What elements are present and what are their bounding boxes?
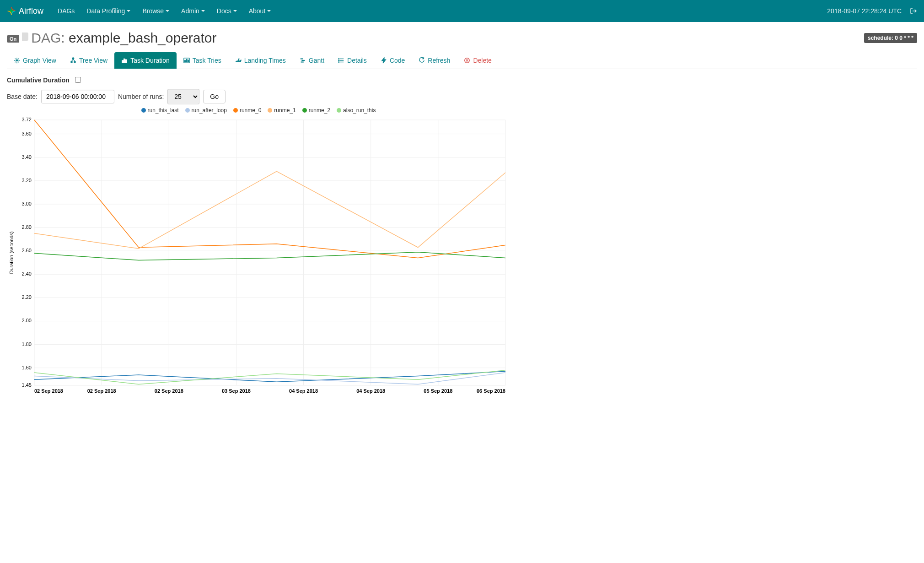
legend-run_this_last[interactable]: run_this_last [141, 107, 179, 114]
svg-line-7 [18, 62, 19, 63]
svg-text:05 Sep 2018: 05 Sep 2018 [424, 388, 452, 394]
cumulative-label: Cumulative Duration [7, 76, 70, 84]
svg-line-8 [18, 59, 19, 60]
chart-icon [183, 57, 190, 64]
svg-text:06 Sep 2018: 06 Sep 2018 [477, 388, 505, 394]
svg-point-28 [338, 59, 339, 60]
tab-gantt[interactable]: Gantt [293, 52, 331, 69]
logout-icon[interactable] [910, 7, 917, 15]
legend-runme_0[interactable]: runme_0 [233, 107, 261, 114]
svg-text:3.00: 3.00 [22, 201, 32, 206]
nav-data-profiling[interactable]: Data Profiling [81, 7, 136, 15]
svg-text:02 Sep 2018: 02 Sep 2018 [155, 388, 183, 394]
schedule-badge: schedule: 0 0 * * * [864, 33, 917, 43]
svg-text:2.80: 2.80 [22, 224, 32, 230]
tab-refresh[interactable]: Refresh [412, 52, 457, 69]
base-date-input[interactable] [41, 90, 114, 103]
svg-text:2.00: 2.00 [22, 318, 32, 323]
task-duration-chart: run_this_lastrun_after_looprunme_0runme_… [7, 107, 510, 401]
svg-text:03 Sep 2018: 03 Sep 2018 [222, 388, 251, 394]
svg-line-9 [15, 62, 16, 63]
chart-svg: 1.451.601.802.002.202.402.602.803.003.20… [7, 115, 510, 399]
legend-run_after_loop[interactable]: run_after_loop [185, 107, 227, 114]
dag-toggle[interactable]: On [7, 35, 19, 43]
nav-dags[interactable]: DAGs [52, 7, 81, 15]
plane-icon [235, 57, 242, 64]
num-runs-select[interactable]: 25 [167, 89, 199, 104]
tab-landing-times[interactable]: Landing Times [228, 52, 293, 69]
svg-point-11 [71, 61, 73, 63]
go-button[interactable]: Go [203, 90, 226, 103]
legend-also_run_this[interactable]: also_run_this [337, 107, 376, 114]
svg-line-6 [15, 59, 16, 60]
refresh-icon [419, 57, 425, 64]
legend-runme_2[interactable]: runme_2 [302, 107, 330, 114]
brand[interactable]: Airflow [7, 6, 43, 16]
svg-rect-21 [188, 60, 188, 62]
svg-text:3.20: 3.20 [22, 178, 32, 183]
svg-line-14 [73, 59, 75, 61]
svg-point-29 [338, 60, 339, 61]
svg-text:02 Sep 2018: 02 Sep 2018 [34, 388, 63, 394]
gantt-icon [300, 57, 306, 64]
nav-docs[interactable]: Docs [211, 7, 243, 15]
svg-rect-15 [122, 60, 124, 63]
chart-legend: run_this_lastrun_after_looprunme_0runme_… [7, 107, 510, 114]
utc-clock: 2018-09-07 22:28:24 UTC [827, 7, 902, 15]
tab-task-duration[interactable]: Task Duration [114, 52, 177, 69]
nav-browse[interactable]: Browse [136, 7, 175, 15]
dag-id: example_bash_operator [69, 30, 217, 45]
svg-point-30 [338, 62, 339, 63]
tab-graph-view[interactable]: Graph View [7, 52, 63, 69]
svg-text:04 Sep 2018: 04 Sep 2018 [356, 388, 385, 394]
svg-text:Duration (seconds): Duration (seconds) [9, 232, 14, 274]
svg-text:3.60: 3.60 [22, 131, 32, 136]
svg-rect-19 [184, 60, 185, 62]
svg-point-10 [72, 58, 74, 60]
tab-delete[interactable]: Delete [457, 52, 498, 69]
tab-code[interactable]: Code [374, 52, 412, 69]
svg-rect-20 [186, 59, 187, 62]
tab-tree-view[interactable]: Tree View [63, 52, 114, 69]
svg-text:2.60: 2.60 [22, 248, 32, 253]
airflow-logo-icon [7, 6, 16, 16]
svg-text:2.20: 2.20 [22, 294, 32, 300]
dag-header: On DAG: example_bash_operator schedule: … [7, 30, 917, 46]
svg-rect-16 [124, 59, 125, 63]
list-icon [338, 57, 344, 64]
bars-icon [121, 57, 128, 64]
num-runs-label: Number of runs: [118, 93, 164, 100]
view-tabs: Graph ViewTree ViewTask DurationTask Tri… [7, 52, 917, 69]
svg-line-13 [71, 59, 73, 61]
svg-text:04 Sep 2018: 04 Sep 2018 [289, 388, 318, 394]
svg-text:02 Sep 2018: 02 Sep 2018 [87, 388, 116, 394]
brand-label: Airflow [19, 6, 43, 16]
cumulative-checkbox[interactable] [75, 77, 81, 83]
navbar: Airflow DAGsData ProfilingBrowseAdminDoc… [0, 0, 924, 22]
svg-text:1.80: 1.80 [22, 341, 32, 347]
svg-text:1.45: 1.45 [22, 382, 32, 388]
svg-text:3.40: 3.40 [22, 154, 32, 160]
svg-point-12 [74, 61, 76, 63]
base-date-label: Base date: [7, 93, 38, 100]
tab-task-tries[interactable]: Task Tries [177, 52, 228, 69]
svg-text:3.72: 3.72 [22, 117, 32, 122]
nav-admin[interactable]: Admin [175, 7, 211, 15]
dag-prefix: DAG: [31, 30, 64, 45]
svg-text:2.40: 2.40 [22, 271, 32, 276]
legend-runme_1[interactable]: runme_1 [268, 107, 295, 114]
dag-toggle-track[interactable] [22, 32, 28, 41]
svg-point-1 [16, 60, 18, 61]
delete-icon [464, 57, 470, 64]
tree-icon [70, 57, 76, 64]
svg-rect-17 [126, 60, 127, 63]
tab-details[interactable]: Details [331, 52, 374, 69]
bolt-icon [381, 57, 387, 64]
burst-icon [14, 57, 20, 64]
svg-text:1.60: 1.60 [22, 365, 32, 370]
nav-about[interactable]: About [243, 7, 277, 15]
